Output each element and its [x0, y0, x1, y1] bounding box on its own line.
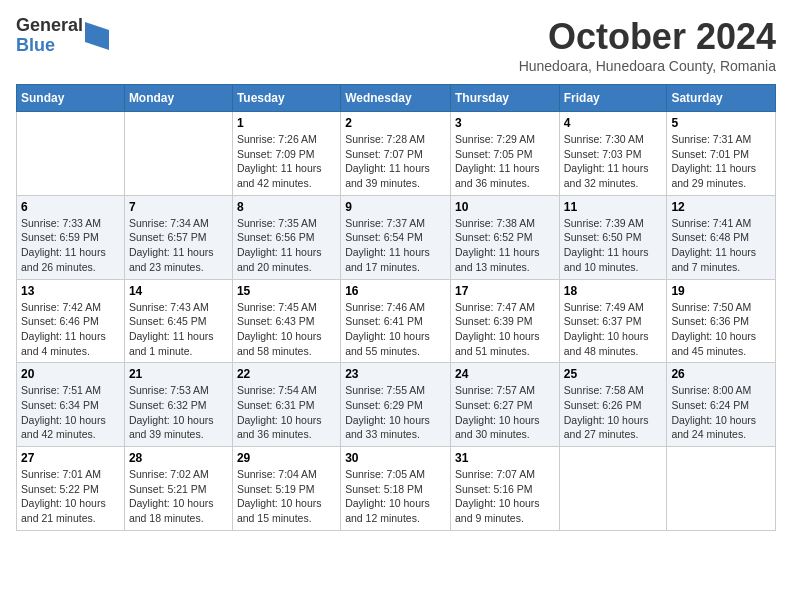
day-info: Sunrise: 7:39 AM Sunset: 6:50 PM Dayligh…	[564, 216, 663, 275]
day-number: 14	[129, 284, 228, 298]
svg-marker-0	[85, 22, 109, 50]
calendar-cell: 24Sunrise: 7:57 AM Sunset: 6:27 PM Dayli…	[450, 363, 559, 447]
day-info: Sunrise: 7:54 AM Sunset: 6:31 PM Dayligh…	[237, 383, 336, 442]
calendar-cell: 16Sunrise: 7:46 AM Sunset: 6:41 PM Dayli…	[341, 279, 451, 363]
calendar-cell: 19Sunrise: 7:50 AM Sunset: 6:36 PM Dayli…	[667, 279, 776, 363]
day-info: Sunrise: 7:41 AM Sunset: 6:48 PM Dayligh…	[671, 216, 771, 275]
calendar-cell: 3Sunrise: 7:29 AM Sunset: 7:05 PM Daylig…	[450, 112, 559, 196]
day-info: Sunrise: 7:02 AM Sunset: 5:21 PM Dayligh…	[129, 467, 228, 526]
weekday-header-monday: Monday	[124, 85, 232, 112]
calendar-week-5: 27Sunrise: 7:01 AM Sunset: 5:22 PM Dayli…	[17, 447, 776, 531]
day-info: Sunrise: 7:07 AM Sunset: 5:16 PM Dayligh…	[455, 467, 555, 526]
day-number: 20	[21, 367, 120, 381]
day-number: 18	[564, 284, 663, 298]
calendar-cell	[124, 112, 232, 196]
weekday-header-saturday: Saturday	[667, 85, 776, 112]
calendar-cell	[559, 447, 667, 531]
day-number: 7	[129, 200, 228, 214]
day-number: 15	[237, 284, 336, 298]
calendar-cell: 26Sunrise: 8:00 AM Sunset: 6:24 PM Dayli…	[667, 363, 776, 447]
calendar-cell: 20Sunrise: 7:51 AM Sunset: 6:34 PM Dayli…	[17, 363, 125, 447]
calendar-cell: 22Sunrise: 7:54 AM Sunset: 6:31 PM Dayli…	[232, 363, 340, 447]
calendar-cell: 2Sunrise: 7:28 AM Sunset: 7:07 PM Daylig…	[341, 112, 451, 196]
day-number: 27	[21, 451, 120, 465]
calendar-cell: 29Sunrise: 7:04 AM Sunset: 5:19 PM Dayli…	[232, 447, 340, 531]
day-info: Sunrise: 7:31 AM Sunset: 7:01 PM Dayligh…	[671, 132, 771, 191]
day-info: Sunrise: 7:49 AM Sunset: 6:37 PM Dayligh…	[564, 300, 663, 359]
calendar-cell: 11Sunrise: 7:39 AM Sunset: 6:50 PM Dayli…	[559, 195, 667, 279]
day-info: Sunrise: 7:05 AM Sunset: 5:18 PM Dayligh…	[345, 467, 446, 526]
weekday-header-tuesday: Tuesday	[232, 85, 340, 112]
day-number: 10	[455, 200, 555, 214]
day-info: Sunrise: 7:58 AM Sunset: 6:26 PM Dayligh…	[564, 383, 663, 442]
calendar-cell: 5Sunrise: 7:31 AM Sunset: 7:01 PM Daylig…	[667, 112, 776, 196]
day-info: Sunrise: 7:28 AM Sunset: 7:07 PM Dayligh…	[345, 132, 446, 191]
day-number: 24	[455, 367, 555, 381]
weekday-header-friday: Friday	[559, 85, 667, 112]
day-number: 22	[237, 367, 336, 381]
calendar-cell: 6Sunrise: 7:33 AM Sunset: 6:59 PM Daylig…	[17, 195, 125, 279]
day-number: 21	[129, 367, 228, 381]
day-info: Sunrise: 7:53 AM Sunset: 6:32 PM Dayligh…	[129, 383, 228, 442]
calendar-cell: 15Sunrise: 7:45 AM Sunset: 6:43 PM Dayli…	[232, 279, 340, 363]
title-block: October 2024 Hunedoara, Hunedoara County…	[519, 16, 776, 74]
calendar-cell: 9Sunrise: 7:37 AM Sunset: 6:54 PM Daylig…	[341, 195, 451, 279]
day-info: Sunrise: 7:33 AM Sunset: 6:59 PM Dayligh…	[21, 216, 120, 275]
day-info: Sunrise: 7:26 AM Sunset: 7:09 PM Dayligh…	[237, 132, 336, 191]
calendar-cell	[667, 447, 776, 531]
calendar-week-4: 20Sunrise: 7:51 AM Sunset: 6:34 PM Dayli…	[17, 363, 776, 447]
calendar-cell: 17Sunrise: 7:47 AM Sunset: 6:39 PM Dayli…	[450, 279, 559, 363]
day-info: Sunrise: 7:37 AM Sunset: 6:54 PM Dayligh…	[345, 216, 446, 275]
calendar-cell	[17, 112, 125, 196]
day-number: 17	[455, 284, 555, 298]
weekday-header-sunday: Sunday	[17, 85, 125, 112]
day-info: Sunrise: 7:47 AM Sunset: 6:39 PM Dayligh…	[455, 300, 555, 359]
day-info: Sunrise: 7:01 AM Sunset: 5:22 PM Dayligh…	[21, 467, 120, 526]
location-subtitle: Hunedoara, Hunedoara County, Romania	[519, 58, 776, 74]
day-info: Sunrise: 7:43 AM Sunset: 6:45 PM Dayligh…	[129, 300, 228, 359]
month-title: October 2024	[519, 16, 776, 58]
day-info: Sunrise: 7:38 AM Sunset: 6:52 PM Dayligh…	[455, 216, 555, 275]
calendar-cell: 8Sunrise: 7:35 AM Sunset: 6:56 PM Daylig…	[232, 195, 340, 279]
logo-line1: General	[16, 16, 83, 36]
day-info: Sunrise: 7:55 AM Sunset: 6:29 PM Dayligh…	[345, 383, 446, 442]
day-number: 1	[237, 116, 336, 130]
calendar-week-3: 13Sunrise: 7:42 AM Sunset: 6:46 PM Dayli…	[17, 279, 776, 363]
day-info: Sunrise: 7:04 AM Sunset: 5:19 PM Dayligh…	[237, 467, 336, 526]
day-number: 3	[455, 116, 555, 130]
day-number: 9	[345, 200, 446, 214]
calendar-week-2: 6Sunrise: 7:33 AM Sunset: 6:59 PM Daylig…	[17, 195, 776, 279]
calendar-body: 1Sunrise: 7:26 AM Sunset: 7:09 PM Daylig…	[17, 112, 776, 531]
weekday-header-wednesday: Wednesday	[341, 85, 451, 112]
logo: General Blue	[16, 16, 109, 56]
day-number: 6	[21, 200, 120, 214]
day-number: 12	[671, 200, 771, 214]
calendar-cell: 30Sunrise: 7:05 AM Sunset: 5:18 PM Dayli…	[341, 447, 451, 531]
day-number: 13	[21, 284, 120, 298]
weekday-header-thursday: Thursday	[450, 85, 559, 112]
day-info: Sunrise: 7:46 AM Sunset: 6:41 PM Dayligh…	[345, 300, 446, 359]
day-info: Sunrise: 7:30 AM Sunset: 7:03 PM Dayligh…	[564, 132, 663, 191]
calendar-cell: 12Sunrise: 7:41 AM Sunset: 6:48 PM Dayli…	[667, 195, 776, 279]
calendar-cell: 1Sunrise: 7:26 AM Sunset: 7:09 PM Daylig…	[232, 112, 340, 196]
calendar-cell: 18Sunrise: 7:49 AM Sunset: 6:37 PM Dayli…	[559, 279, 667, 363]
day-info: Sunrise: 7:35 AM Sunset: 6:56 PM Dayligh…	[237, 216, 336, 275]
day-info: Sunrise: 7:34 AM Sunset: 6:57 PM Dayligh…	[129, 216, 228, 275]
day-info: Sunrise: 7:51 AM Sunset: 6:34 PM Dayligh…	[21, 383, 120, 442]
calendar-cell: 4Sunrise: 7:30 AM Sunset: 7:03 PM Daylig…	[559, 112, 667, 196]
day-info: Sunrise: 7:42 AM Sunset: 6:46 PM Dayligh…	[21, 300, 120, 359]
day-number: 29	[237, 451, 336, 465]
day-number: 16	[345, 284, 446, 298]
day-number: 26	[671, 367, 771, 381]
day-number: 28	[129, 451, 228, 465]
day-number: 8	[237, 200, 336, 214]
day-info: Sunrise: 7:57 AM Sunset: 6:27 PM Dayligh…	[455, 383, 555, 442]
calendar-cell: 7Sunrise: 7:34 AM Sunset: 6:57 PM Daylig…	[124, 195, 232, 279]
day-number: 31	[455, 451, 555, 465]
calendar-cell: 31Sunrise: 7:07 AM Sunset: 5:16 PM Dayli…	[450, 447, 559, 531]
day-number: 19	[671, 284, 771, 298]
day-info: Sunrise: 7:45 AM Sunset: 6:43 PM Dayligh…	[237, 300, 336, 359]
calendar-cell: 23Sunrise: 7:55 AM Sunset: 6:29 PM Dayli…	[341, 363, 451, 447]
calendar-cell: 10Sunrise: 7:38 AM Sunset: 6:52 PM Dayli…	[450, 195, 559, 279]
calendar-week-1: 1Sunrise: 7:26 AM Sunset: 7:09 PM Daylig…	[17, 112, 776, 196]
